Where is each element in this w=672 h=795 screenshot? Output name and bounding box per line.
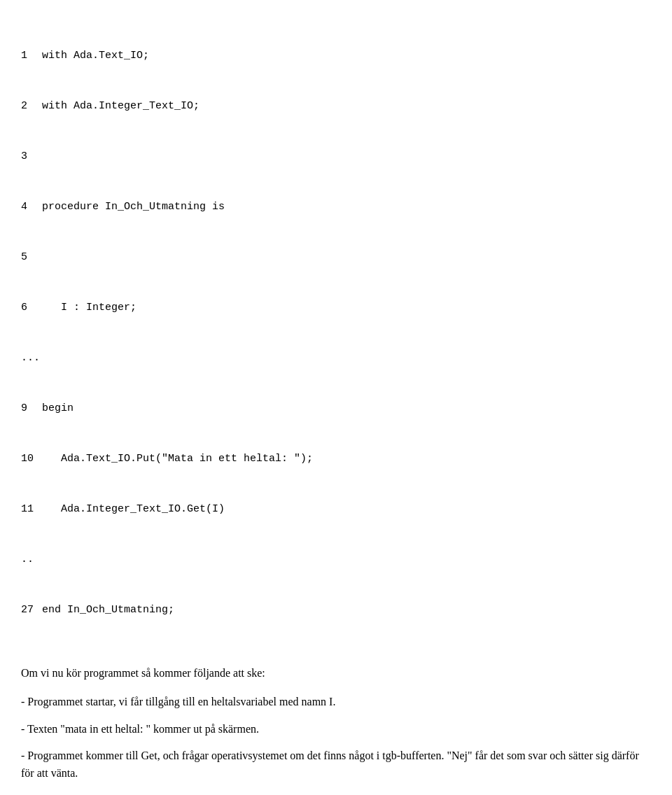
code-line-4: 4 procedure In_Och_Utmatning is xyxy=(21,199,651,216)
line-number: .. xyxy=(21,551,42,568)
line-number: 4 xyxy=(21,199,42,216)
code-line-5: 5 xyxy=(21,249,651,266)
code-line-27: 27 end In_Och_Utmatning; xyxy=(21,602,651,619)
bullet-4: - Användaren vaknar upp och inser att ha… xyxy=(21,792,651,795)
line-number: 3 xyxy=(21,148,42,165)
code-text: begin xyxy=(42,400,74,417)
code-line-11: 11 Ada.Integer_Text_IO.Get(I) xyxy=(21,501,651,518)
code-line-9: 9 begin xyxy=(21,400,651,417)
code-line-2: 2 with Ada.Integer_Text_IO; xyxy=(21,98,651,115)
code-text: with Ada.Integer_Text_IO; xyxy=(42,98,200,115)
code-line-1: 1 with Ada.Text_IO; xyxy=(21,48,651,64)
line-number: 11 xyxy=(21,501,42,518)
code-line-dots2: .. xyxy=(21,551,651,568)
code-block: 1 with Ada.Text_IO; 2 with Ada.Integer_T… xyxy=(21,14,651,652)
prose-bullets: - Programmet startar, vi får tillgång ti… xyxy=(21,694,651,795)
bullet-1: - Programmet startar, vi får tillgång ti… xyxy=(21,694,651,711)
code-text: Ada.Text_IO.Put("Mata in ett heltal: "); xyxy=(42,451,313,467)
prose-intro: Om vi nu kör programmet så kommer följan… xyxy=(21,665,651,682)
line-number: 1 xyxy=(21,48,42,64)
code-text: end In_Och_Utmatning; xyxy=(42,602,174,619)
line-number: 6 xyxy=(21,300,42,316)
line-number: 27 xyxy=(21,602,42,619)
bullet-3: - Programmet kommer till Get, och frågar… xyxy=(21,747,651,782)
code-line-3: 3 xyxy=(21,148,651,165)
line-number: 2 xyxy=(21,98,42,115)
code-line-dots1: ... xyxy=(21,350,651,367)
code-text: Ada.Integer_Text_IO.Get(I) xyxy=(42,501,225,518)
code-text: I : Integer; xyxy=(42,300,136,316)
code-line-6: 6 I : Integer; xyxy=(21,300,651,316)
line-number: 10 xyxy=(21,451,42,467)
page-content: 1 with Ada.Text_IO; 2 with Ada.Integer_T… xyxy=(21,14,651,795)
code-line-10: 10 Ada.Text_IO.Put("Mata in ett heltal: … xyxy=(21,451,651,467)
line-number: 9 xyxy=(21,400,42,417)
bullet-2: - Texten "mata in ett heltal: " kommer u… xyxy=(21,721,651,738)
line-number: ... xyxy=(21,350,42,367)
intro-text: Om vi nu kör programmet så kommer följan… xyxy=(21,665,651,682)
line-number: 5 xyxy=(21,249,42,266)
code-text: with Ada.Text_IO; xyxy=(42,48,149,64)
code-text: procedure In_Och_Utmatning is xyxy=(42,199,225,216)
